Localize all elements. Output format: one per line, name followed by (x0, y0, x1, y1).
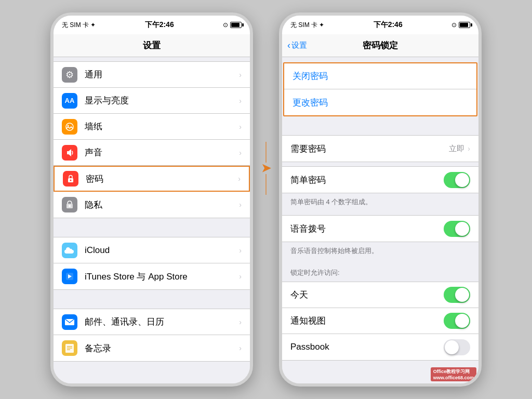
list-item-wallpaper[interactable]: 墙纸 › (54, 114, 250, 140)
list-item-simple[interactable]: 简单密码 (282, 167, 478, 193)
arrow-line-top (265, 142, 267, 163)
status-left-1: 无 SIM 卡 ✦ (62, 21, 96, 30)
passcode-actions-group: 关闭密码 更改密码 (283, 62, 477, 116)
arrow-head: ➤ (261, 163, 271, 174)
list-item-itunes[interactable]: iTunes Store 与 App Store › (54, 263, 250, 289)
nav-back-button[interactable]: ‹ 设置 (287, 41, 307, 50)
simple-toggle[interactable] (444, 172, 470, 188)
list-item-require[interactable]: 需要密码 立即 › (282, 136, 478, 162)
nav-title-settings: 设置 (143, 39, 161, 51)
icloud-chevron: › (239, 246, 242, 255)
turn-off-label: 关闭密码 (292, 70, 328, 82)
simple-passcode-group: 简单密码 (282, 166, 478, 193)
svg-marker-2 (67, 149, 71, 156)
settings-group-2: iCloud › iTunes Store 与 App Store › (54, 237, 250, 290)
display-chevron: › (239, 97, 242, 105)
wallpaper-icon (62, 119, 77, 135)
notification-label: 通知视图 (290, 315, 444, 327)
status-left-2: 无 SIM 卡 ✦ (290, 21, 324, 30)
today-toggle[interactable] (444, 287, 470, 303)
passbook-label: Passbook (290, 342, 444, 352)
privacy-icon (62, 197, 77, 212)
privacy-label: 隐私 (85, 199, 239, 211)
itunes-chevron: › (239, 272, 242, 281)
list-item-passcode[interactable]: 密码 › (54, 166, 250, 192)
notes-chevron: › (239, 344, 242, 352)
notification-toggle-knob (455, 314, 469, 328)
general-label: 通用 (85, 69, 239, 81)
arrow-connector-area: ➤ (253, 12, 279, 387)
itunes-icon (62, 269, 77, 284)
icloud-icon (62, 243, 77, 258)
itunes-label: iTunes Store 与 App Store (85, 271, 239, 283)
svg-point-0 (66, 123, 73, 130)
list-item-privacy[interactable]: 隐私 › (54, 192, 250, 218)
passbook-toggle-knob (445, 340, 459, 354)
list-item-voice[interactable]: 语音拨号 (282, 216, 478, 242)
require-label: 需要密码 (290, 143, 449, 155)
no-sim-label-2: 无 SIM 卡 ✦ (290, 21, 324, 30)
settings-group-3: 邮件、通讯录、日历 › 备忘录 › (54, 309, 250, 362)
list-item-today[interactable]: 今天 (282, 282, 478, 308)
passcode-label: 密码 (86, 173, 238, 185)
location-icon-1: ⊙ (223, 21, 228, 29)
voice-description: 音乐语音控制将始终被启用。 (282, 242, 478, 260)
display-icon: AA (62, 93, 77, 109)
simple-label: 简单密码 (290, 174, 444, 186)
nav-bar-settings: 设置 (54, 34, 250, 57)
watermark: Office教程学习网www.office68.com (431, 367, 476, 381)
list-item-sounds[interactable]: 声音 › (54, 140, 250, 166)
settings-group-1: ⚙ 通用 › AA 显示与亮度 › 墙纸 › (54, 61, 250, 218)
notification-toggle[interactable] (444, 313, 470, 329)
settings-content[interactable]: ⚙ 通用 › AA 显示与亮度 › 墙纸 › (54, 57, 250, 383)
passbook-toggle[interactable] (444, 339, 470, 355)
list-item-icloud[interactable]: iCloud › (54, 237, 250, 263)
today-toggle-knob (455, 288, 469, 302)
battery-icon-2 (459, 22, 470, 28)
passcode-chevron: › (238, 175, 241, 183)
wallpaper-label: 墙纸 (85, 121, 239, 132)
voice-toggle-knob (455, 222, 469, 236)
mail-chevron: › (239, 318, 242, 326)
passcode-content[interactable]: 关闭密码 更改密码 需要密码 立即 › 简单密码 (282, 57, 478, 383)
spacer-pc-1 (282, 116, 478, 135)
icloud-label: iCloud (85, 245, 239, 256)
list-item-notification[interactable]: 通知视图 (282, 308, 478, 334)
notes-icon (62, 340, 77, 356)
sounds-chevron: › (239, 149, 242, 157)
mail-label: 邮件、通讯录、日历 (85, 316, 239, 328)
voice-label: 语音拨号 (290, 223, 444, 235)
battery-icon-1 (230, 22, 242, 28)
spacer-pc-top (282, 57, 478, 61)
general-icon: ⚙ (62, 67, 77, 83)
list-item-mail[interactable]: 邮件、通讯录、日历 › (54, 309, 250, 335)
simple-toggle-knob (455, 173, 469, 187)
phone-settings: 无 SIM 卡 ✦ 下午2:46 ⊙ 设置 ⚙ (50, 12, 253, 387)
sounds-icon (62, 145, 77, 161)
privacy-chevron: › (239, 201, 242, 209)
lock-access-header: 锁定时允许访问: (282, 264, 478, 282)
list-item-turn-off[interactable]: 关闭密码 (284, 63, 476, 89)
voice-toggle[interactable] (444, 221, 470, 237)
notes-label: 备忘录 (85, 342, 239, 354)
status-time-1: 下午2:46 (145, 20, 174, 30)
wallpaper-chevron: › (239, 123, 242, 131)
list-item-notes[interactable]: 备忘录 › (54, 335, 250, 361)
list-item-passbook[interactable]: Passbook (282, 334, 478, 360)
status-bar-2: 无 SIM 卡 ✦ 下午2:46 ⊙ (282, 16, 478, 34)
sounds-label: 声音 (85, 147, 239, 158)
require-passcode-group: 需要密码 立即 › (282, 135, 478, 162)
no-sim-label-1: 无 SIM 卡 ✦ (62, 21, 96, 30)
list-item-general[interactable]: ⚙ 通用 › (54, 62, 250, 88)
lock-access-group: 今天 通知视图 Passbook (282, 282, 478, 361)
require-chevron: › (468, 144, 470, 153)
back-arrow-icon: ‹ (287, 41, 290, 50)
mail-icon (62, 314, 77, 330)
nav-title-passcode: 密码锁定 (363, 39, 398, 51)
change-passcode-label: 更改密码 (292, 97, 328, 109)
spacer-1 (54, 218, 250, 237)
location-icon-2: ⊙ (451, 21, 457, 29)
list-item-display[interactable]: AA 显示与亮度 › (54, 88, 250, 114)
spacer-pc-2 (282, 162, 478, 166)
list-item-change[interactable]: 更改密码 (284, 89, 476, 115)
